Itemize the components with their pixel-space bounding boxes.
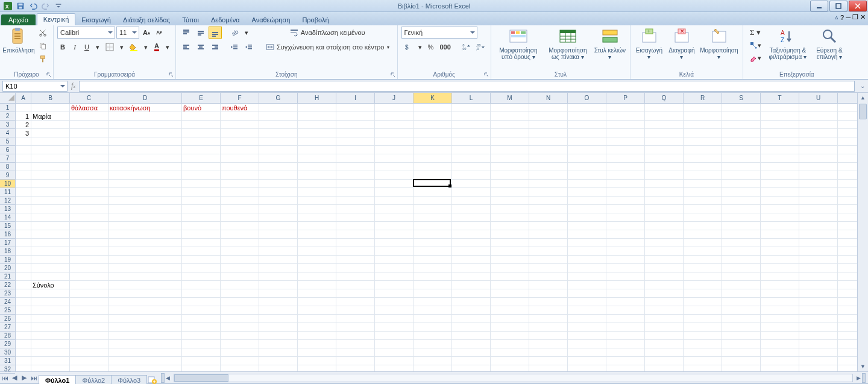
- row-header[interactable]: 32: [0, 365, 15, 374]
- tab-view[interactable]: Προβολή: [296, 14, 335, 25]
- align-center-icon[interactable]: [194, 41, 207, 53]
- underline-button[interactable]: U: [81, 41, 92, 53]
- horizontal-scrollbar[interactable]: ◀ ▶: [159, 373, 868, 383]
- new-sheet-icon[interactable]: [146, 376, 159, 384]
- cut-icon[interactable]: [36, 27, 49, 39]
- row-header[interactable]: 4: [0, 129, 15, 137]
- font-color-dropdown-icon[interactable]: ▾: [163, 41, 172, 53]
- help-icon[interactable]: ?: [840, 14, 844, 21]
- align-left-icon[interactable]: [180, 41, 193, 53]
- align-top-icon[interactable]: [180, 27, 193, 39]
- column-header[interactable]: G: [259, 93, 298, 103]
- column-header[interactable]: N: [529, 93, 568, 103]
- row-header[interactable]: 3: [0, 121, 15, 129]
- italic-button[interactable]: I: [69, 41, 80, 53]
- column-header[interactable]: B: [31, 93, 70, 103]
- row-header[interactable]: 29: [0, 340, 15, 348]
- column-header[interactable]: M: [491, 93, 529, 103]
- format-cells-button[interactable]: Μορφοποίηση ▾: [699, 27, 739, 60]
- save-icon[interactable]: [15, 1, 26, 11]
- row-header[interactable]: 6: [0, 146, 15, 154]
- number-format-combo[interactable]: Γενική: [401, 27, 477, 39]
- conditional-formatting-button[interactable]: Μορφοποίηση υπό όρους ▾: [495, 27, 542, 60]
- font-dialog-launcher[interactable]: [168, 72, 174, 78]
- insert-cells-button[interactable]: + Εισαγωγή ▾: [634, 27, 664, 60]
- row-header[interactable]: 27: [0, 323, 15, 332]
- column-header[interactable]: D: [108, 93, 182, 103]
- row-header[interactable]: 15: [0, 222, 15, 230]
- row-header[interactable]: 7: [0, 154, 15, 163]
- row-header[interactable]: 11: [0, 188, 15, 197]
- align-middle-icon[interactable]: [194, 27, 207, 39]
- row-header[interactable]: 10: [0, 180, 15, 188]
- wrap-text-button[interactable]: Αναδίπλωση κειμένου: [262, 27, 394, 39]
- scroll-up-icon[interactable]: ▲: [858, 93, 868, 102]
- fill-color-dropdown-icon[interactable]: ▾: [142, 41, 150, 53]
- alignment-dialog-launcher[interactable]: [390, 72, 396, 78]
- copy-icon[interactable]: [36, 40, 49, 52]
- column-header[interactable]: I: [336, 93, 375, 103]
- row-header[interactable]: 22: [0, 281, 15, 289]
- column-header[interactable]: A: [16, 93, 31, 103]
- number-dialog-launcher[interactable]: [483, 72, 489, 78]
- row-header[interactable]: 28: [0, 332, 15, 340]
- tab-page-layout[interactable]: Διάταξη σελίδας: [117, 14, 176, 25]
- row-header[interactable]: 1: [0, 104, 15, 112]
- sort-filter-button[interactable]: AZ Ταξινόμηση & φιλτράρισμα ▾: [766, 27, 810, 60]
- row-header[interactable]: 20: [0, 264, 15, 272]
- column-header[interactable]: P: [606, 93, 645, 103]
- increase-indent-icon[interactable]: [242, 41, 256, 53]
- tab-formulas[interactable]: Τύποι: [176, 14, 205, 25]
- column-header[interactable]: C: [70, 93, 108, 103]
- row-header[interactable]: 18: [0, 247, 15, 256]
- column-header[interactable]: F: [221, 93, 259, 103]
- maximize-button[interactable]: [829, 1, 848, 11]
- column-header[interactable]: S: [722, 93, 761, 103]
- clipboard-dialog-launcher[interactable]: [46, 72, 52, 78]
- orientation-dropdown-icon[interactable]: ▾: [242, 27, 251, 39]
- horizontal-scroll-track[interactable]: [174, 374, 853, 382]
- format-as-table-button[interactable]: Μορφοποίηση ως πίνακα ▾: [544, 27, 591, 60]
- row-header[interactable]: 2: [0, 112, 15, 121]
- percent-format-icon[interactable]: %: [426, 41, 436, 53]
- orientation-icon[interactable]: ab: [228, 27, 241, 39]
- clear-icon[interactable]: ▾: [747, 52, 764, 64]
- row-header[interactable]: 17: [0, 239, 15, 247]
- row-header[interactable]: 8: [0, 163, 15, 171]
- borders-icon[interactable]: [103, 41, 116, 53]
- font-color-icon[interactable]: A: [151, 41, 162, 53]
- shrink-font-icon[interactable]: A▾: [154, 27, 165, 39]
- column-header[interactable]: T: [761, 93, 799, 103]
- vertical-scroll-thumb[interactable]: [859, 104, 867, 119]
- row-header[interactable]: 12: [0, 197, 15, 205]
- formula-input[interactable]: [79, 81, 855, 92]
- ribbon-minimize-icon[interactable]: ▵: [835, 13, 838, 21]
- mdi-restore-icon[interactable]: ❐: [852, 13, 858, 21]
- row-header[interactable]: 30: [0, 348, 15, 357]
- row-header[interactable]: 13: [0, 205, 15, 213]
- align-bottom-icon[interactable]: [209, 27, 222, 39]
- select-all-button[interactable]: [0, 93, 15, 104]
- sheet-tab-3[interactable]: Φύλλο3: [111, 375, 147, 385]
- find-select-button[interactable]: Εύρεση & επιλογή ▾: [812, 27, 847, 60]
- borders-dropdown-icon[interactable]: ▾: [118, 41, 126, 53]
- tab-review[interactable]: Αναθεώρηση: [246, 14, 297, 25]
- horizontal-scroll-thumb[interactable]: [174, 374, 228, 382]
- row-header[interactable]: 9: [0, 171, 15, 180]
- name-box[interactable]: K10: [2, 81, 68, 92]
- row-header[interactable]: 24: [0, 298, 15, 306]
- redo-icon[interactable]: [40, 1, 51, 11]
- column-header[interactable]: L: [452, 93, 491, 103]
- row-header[interactable]: 16: [0, 230, 15, 239]
- column-header[interactable]: J: [375, 93, 414, 103]
- paste-button[interactable]: Επικόλληση: [4, 27, 34, 54]
- grow-font-icon[interactable]: A▴: [140, 27, 153, 39]
- accounting-dropdown-icon[interactable]: ▾: [416, 41, 424, 53]
- fx-icon[interactable]: fx: [71, 81, 75, 90]
- decrease-decimal-icon[interactable]: ,00,0: [474, 41, 487, 53]
- tab-home[interactable]: Κεντρική: [37, 13, 75, 25]
- mdi-minimize-icon[interactable]: ─: [846, 14, 851, 21]
- minimize-button[interactable]: [810, 1, 828, 11]
- bold-button[interactable]: B: [57, 41, 68, 53]
- tab-split-handle[interactable]: [161, 373, 165, 383]
